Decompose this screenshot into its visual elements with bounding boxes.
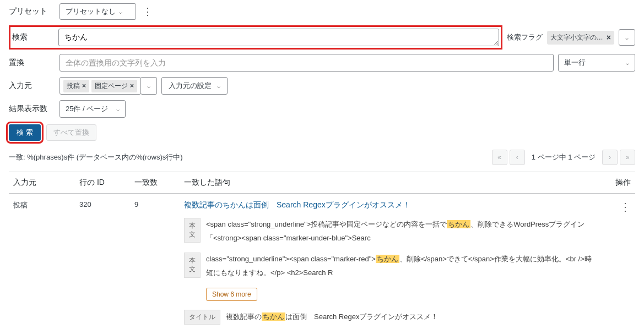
flags-dropdown[interactable]: ⌵ bbox=[619, 29, 635, 46]
match-block: タイトル 複数記事のちかんは面倒 Search Regexプラグインがオススメ！ bbox=[184, 310, 598, 325]
match-block: 本文 class="strong_underline"><span class=… bbox=[184, 253, 598, 279]
perpage-select[interactable]: 25件 / ページ ⌵ bbox=[59, 100, 126, 118]
highlight: ちかん bbox=[262, 312, 285, 321]
search-button[interactable]: 検 索 bbox=[9, 124, 41, 141]
col-actions: 操作 bbox=[598, 178, 631, 188]
cell-count: 9 bbox=[134, 200, 184, 209]
perpage-label: 結果表示数 bbox=[9, 104, 55, 114]
col-source: 入力元 bbox=[13, 178, 79, 188]
match-block: 本文 <span class="strong_underline">投稿記事や固… bbox=[184, 218, 598, 245]
close-icon[interactable]: × bbox=[130, 82, 134, 90]
col-phrase: 一致した語句 bbox=[184, 178, 598, 188]
chevron-down-icon: ⌵ bbox=[116, 106, 120, 112]
replace-label: 置換 bbox=[9, 58, 55, 68]
chevron-down-icon: ⌵ bbox=[217, 83, 220, 89]
cell-id: 320 bbox=[79, 200, 134, 209]
field-badge-content: 本文 bbox=[184, 218, 201, 243]
search-flags-label: 検索フラグ bbox=[507, 32, 543, 42]
pager-next[interactable]: › bbox=[602, 150, 618, 165]
match-text: 複数記事のちかんは面倒 Search Regexプラグインがオススメ！ bbox=[226, 310, 598, 324]
replace-input[interactable] bbox=[59, 54, 554, 72]
close-icon[interactable]: × bbox=[82, 82, 86, 90]
replace-mode-value: 単一行 bbox=[564, 58, 586, 68]
col-count: 一致数 bbox=[134, 178, 184, 188]
preset-label: プリセット bbox=[9, 7, 55, 17]
chevron-down-icon: ⌵ bbox=[119, 9, 122, 15]
chevron-down-icon: ⌵ bbox=[626, 60, 629, 66]
result-title-link[interactable]: 複数記事のちかんは面倒 Search Regexプラグインがオススメ！ bbox=[184, 200, 410, 209]
source-dropdown[interactable]: ⌵ bbox=[140, 77, 157, 95]
flag-chip-case[interactable]: 大文字小文字の… × bbox=[547, 31, 614, 45]
pager-last[interactable]: » bbox=[620, 150, 635, 165]
show-more-button[interactable]: Show 6 more bbox=[206, 288, 257, 301]
more-dots-icon[interactable]: ⋮ bbox=[143, 6, 152, 18]
source-label: 入力元 bbox=[9, 81, 55, 91]
pager-info: 1 ページ中 1 ページ bbox=[532, 152, 596, 162]
source-chips[interactable]: 投稿 × 固定ページ × bbox=[59, 77, 141, 95]
search-label: 検索 bbox=[12, 32, 54, 42]
highlight: ちかん bbox=[376, 255, 399, 263]
matches-summary: 一致: %(phrases)s件 (データベース内の%(rows)s行中) bbox=[9, 152, 183, 162]
col-id: 行の ID bbox=[79, 178, 134, 188]
highlight: ちかん bbox=[447, 220, 470, 228]
cell-source: 投稿 bbox=[13, 200, 79, 210]
close-icon[interactable]: × bbox=[607, 33, 611, 42]
flag-chip-text: 大文字小文字の… bbox=[550, 33, 603, 42]
field-badge-content: 本文 bbox=[184, 253, 201, 277]
source-settings-button[interactable]: 入力元の設定 ⌵ bbox=[161, 77, 228, 95]
preset-select[interactable]: プリセットなし ⌵ bbox=[59, 3, 136, 20]
table-row: 投稿 320 9 複数記事のちかんは面倒 Search Regexプラグインがオ… bbox=[9, 194, 635, 329]
source-chip-posts[interactable]: 投稿 × bbox=[63, 80, 89, 92]
match-text: <span class="strong_underline">投稿記事や固定ペー… bbox=[206, 218, 598, 245]
row-actions-menu[interactable]: ⋮ bbox=[620, 201, 631, 213]
field-badge-title: タイトル bbox=[184, 310, 220, 325]
replace-all-button: すべて置換 bbox=[46, 124, 96, 141]
pager-first[interactable]: « bbox=[492, 150, 507, 165]
search-input[interactable] bbox=[58, 29, 499, 46]
pager-top: « ‹ 1 ページ中 1 ページ › » bbox=[492, 150, 635, 165]
pager-prev[interactable]: ‹ bbox=[510, 150, 525, 165]
preset-value: プリセットなし bbox=[66, 7, 116, 17]
source-chip-pages[interactable]: 固定ページ × bbox=[91, 80, 137, 92]
chevron-down-icon: ⌵ bbox=[625, 35, 629, 41]
replace-mode-select[interactable]: 単一行 ⌵ bbox=[558, 54, 635, 72]
chevron-down-icon: ⌵ bbox=[147, 83, 150, 89]
match-text: class="strong_underline"><span class="ma… bbox=[206, 253, 598, 279]
